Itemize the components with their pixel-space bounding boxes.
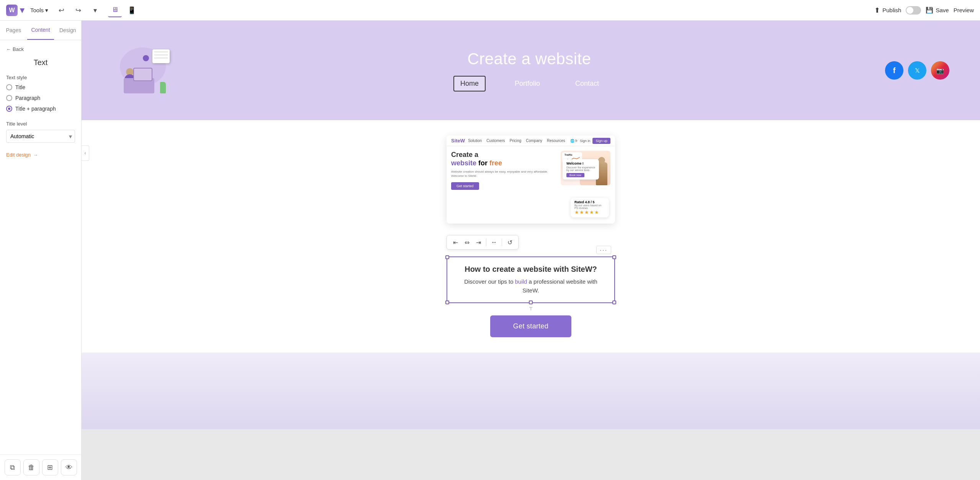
get-started-button[interactable]: Get started (490, 315, 571, 337)
panel-tabs: Pages Content Design (0, 21, 81, 40)
delete-button[interactable]: 🗑 (23, 459, 39, 475)
delete-icon: 🗑 (28, 464, 35, 472)
back-button[interactable]: ← Back (6, 46, 24, 52)
sitew-auth: 🌐 fr Sign in Sign up (570, 138, 610, 144)
publish-button[interactable]: ⬆ Publish (874, 6, 901, 15)
collapse-icon: ‹ (85, 150, 86, 156)
sitew-cta-button[interactable]: Get started (451, 182, 479, 190)
facebook-icon: f (893, 66, 896, 75)
highlight-word: build (515, 278, 527, 285)
sitew-main-title: Create a (451, 151, 556, 159)
radio-paragraph[interactable]: Paragraph (6, 95, 75, 101)
history-dropdown-button[interactable]: ▾ (88, 3, 102, 17)
facebook-button[interactable]: f (885, 61, 903, 80)
selected-text-box[interactable]: How to create a website with SiteW? Disc… (447, 256, 615, 303)
sitew-nav-customers: Customers (486, 139, 505, 143)
sitew-signin: Sign in (580, 139, 591, 143)
radio-title[interactable]: Title (6, 84, 75, 90)
tools-chevron-icon: ▾ (45, 7, 48, 14)
handle-top-right[interactable] (612, 255, 616, 259)
instagram-icon: 📷 (936, 67, 944, 74)
topbar-left: W ▾ Tools ▾ ↩ ↪ ▾ 🖥 📱 (6, 3, 139, 17)
tab-pages[interactable]: Pages (0, 21, 27, 40)
radio-circle-paragraph (6, 95, 12, 101)
nav-item-contact[interactable]: Contact (569, 77, 605, 91)
alignment-toolbar: ⇤ ⇔ ⇥ ↔ ↺ (447, 235, 519, 250)
more-options-button[interactable]: ··· (596, 246, 611, 254)
instagram-button[interactable]: 📷 (931, 61, 949, 80)
panel-title: Text (6, 58, 75, 67)
title-level-select[interactable]: Automatic H1 H2 H3 H4 (6, 130, 75, 143)
rated-desc: By our users based on PS reviews (574, 204, 605, 209)
illus-screen (133, 68, 152, 81)
edit-design-button[interactable]: Edit design → (6, 152, 38, 158)
align-right-button[interactable]: ⇥ (473, 237, 484, 248)
radio-title-paragraph[interactable]: Title + paragraph (6, 106, 75, 112)
canvas-area: Create a website Home Portfolio Contact … (82, 21, 980, 480)
hero-title-area: Create a website Home Portfolio Contact (173, 50, 885, 91)
align-left-button[interactable]: ⇤ (450, 237, 461, 248)
nav-item-home[interactable]: Home (453, 76, 486, 91)
sitew-nav-company: Company (526, 139, 542, 143)
undo-button[interactable]: ↩ (54, 3, 68, 17)
left-panel: Pages Content Design ← Back Text Text st… (0, 21, 82, 480)
desktop-view-button[interactable]: 🖥 (108, 3, 122, 17)
handle-bottom-mid[interactable] (529, 300, 533, 304)
welcome-desc: Discover the experienceby our service to… (566, 166, 595, 171)
handle-bottom-right[interactable] (612, 300, 616, 304)
sitew-topbar: SiteW Solution Customers Pricing Company… (447, 136, 615, 146)
text-style-label: Text style (6, 75, 75, 80)
twitter-button[interactable]: 𝕏 (908, 61, 926, 80)
publish-toggle[interactable] (906, 6, 921, 15)
rated-card: Rated 4.8 / 5 By our users based on PS r… (571, 198, 609, 217)
text-style-options: Title Paragraph Title + paragraph (6, 84, 75, 112)
hero-nav: Home Portfolio Contact (173, 76, 885, 91)
layers-icon: ⊞ (47, 463, 53, 472)
toggle-knob (906, 7, 913, 14)
logo-icon: W (6, 5, 18, 16)
text-element-heading: How to create a website with SiteW? (456, 265, 605, 274)
nav-item-portfolio[interactable]: Portfolio (509, 77, 546, 91)
radio-circle-title (6, 84, 12, 90)
illus-doc (152, 49, 170, 63)
distribute-button[interactable]: ↔ (489, 237, 499, 248)
radio-label-paragraph: Paragraph (15, 95, 40, 101)
text-element-paragraph: Discover our tips to build a professiona… (456, 278, 605, 295)
sitew-for-text: for (478, 159, 489, 167)
sitew-nav-pricing: Pricing (510, 139, 522, 143)
logo-chevron: ▾ (20, 5, 24, 15)
hero-illustration (112, 44, 173, 97)
topbar: W ▾ Tools ▾ ↩ ↪ ▾ 🖥 📱 ⬆ Publish 💾 Save (0, 0, 980, 21)
edit-design-arrow-icon: → (33, 152, 38, 158)
logo-button[interactable]: W ▾ (6, 5, 24, 16)
reset-button[interactable]: ↺ (504, 237, 515, 248)
handle-top-left[interactable] (445, 255, 449, 259)
sitew-left: Create a website for free Website creati… (451, 151, 556, 219)
visibility-icon: 👁 (65, 464, 72, 472)
book-now-btn[interactable]: Book now (566, 173, 584, 177)
tab-design[interactable]: Design (54, 21, 81, 40)
duplicate-button[interactable]: ⧉ (5, 459, 21, 475)
welcome-title: Welcome ! (566, 162, 595, 165)
align-center-button[interactable]: ⇔ (461, 237, 472, 248)
tab-content[interactable]: Content (27, 21, 54, 40)
radio-label-title-paragraph: Title + paragraph (15, 106, 56, 112)
publish-icon: ⬆ (874, 6, 880, 15)
save-icon: 💾 (926, 7, 933, 14)
collapse-panel-button[interactable]: ‹ (82, 145, 89, 161)
sitew-nav: Solution Customers Pricing Company Resou… (468, 139, 565, 143)
save-button[interactable]: 💾 Save (926, 7, 949, 14)
alignment-toolbar-row: ⇤ ⇔ ⇥ ↔ ↺ (447, 235, 615, 253)
bottom-toolbar: ⧉ 🗑 ⊞ 👁 (0, 454, 81, 480)
sitew-purple-text: website (451, 159, 476, 167)
redo-button[interactable]: ↪ (71, 3, 85, 17)
layers-button[interactable]: ⊞ (42, 459, 58, 475)
mobile-view-button[interactable]: 📱 (125, 3, 139, 17)
doc-line-1 (154, 51, 168, 52)
resize-handle[interactable]: ⊤ (529, 306, 533, 312)
handle-bottom-left[interactable] (445, 300, 449, 304)
welcome-card: Welcome ! Discover the experienceby our … (563, 159, 599, 180)
preview-button[interactable]: Preview (954, 7, 974, 13)
visibility-button[interactable]: 👁 (61, 459, 77, 475)
tools-menu-button[interactable]: Tools ▾ (30, 7, 48, 14)
